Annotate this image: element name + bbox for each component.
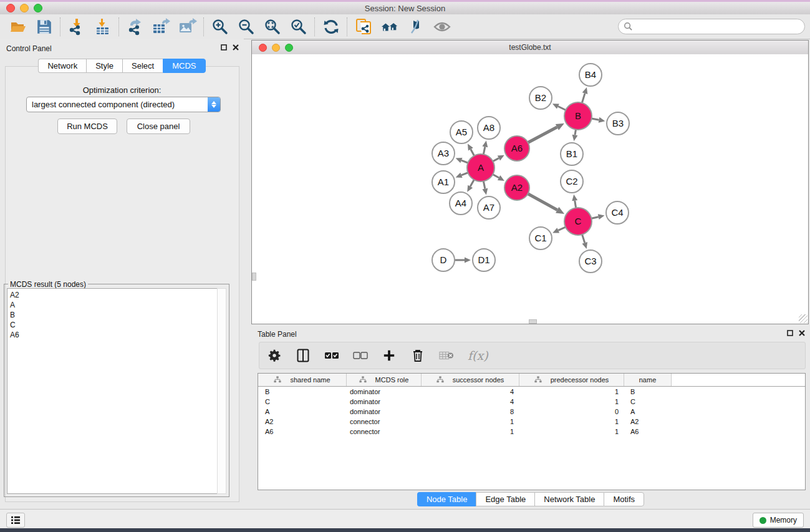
result-item-C[interactable]: C — [10, 320, 215, 330]
function-builder-icon[interactable]: f(x) — [468, 349, 488, 362]
float-table-panel-icon[interactable] — [787, 330, 793, 336]
cell-name[interactable]: C — [624, 397, 672, 407]
refresh-icon[interactable] — [322, 17, 340, 36]
cell-shared-name[interactable]: A6 — [258, 427, 347, 437]
tab-style[interactable]: Style — [86, 59, 122, 73]
cell-shared-name[interactable]: B — [258, 387, 347, 397]
mcds-result-box: MCDS result (5 nodes) A2ABCA6 — [4, 284, 229, 497]
delete-table-icon[interactable] — [439, 348, 454, 363]
tab-node-table[interactable]: Node Table — [417, 492, 476, 506]
cell-successor-nodes[interactable]: 1 — [422, 417, 519, 427]
cell-name[interactable]: A2 — [624, 417, 672, 427]
show-hide-eye-icon[interactable] — [433, 17, 451, 36]
toolbar-separator — [60, 17, 61, 36]
import-network-icon[interactable] — [67, 17, 86, 36]
column-type-icon — [359, 376, 367, 384]
column-header-successor-nodes[interactable]: successor nodes — [422, 374, 519, 386]
cell-predecessor-nodes[interactable]: 1 — [519, 427, 624, 437]
import-table-icon[interactable] — [94, 17, 112, 36]
unselect-all-checkboxes-icon[interactable] — [353, 348, 368, 363]
network-canvas[interactable]: B4B2BB3A5A8A6A3AB1A1C2A4A7A2C4CC1C3DD1 — [252, 54, 808, 324]
save-session-icon[interactable] — [35, 17, 54, 36]
delete-columns-icon[interactable] — [410, 348, 425, 363]
export-network-icon[interactable] — [126, 17, 145, 36]
table-row-A6[interactable]: A6connector11A6 — [258, 427, 805, 437]
cell-predecessor-nodes[interactable]: 1 — [519, 387, 624, 397]
node-table[interactable]: shared nameMCDS rolesuccessor nodesprede… — [258, 373, 806, 490]
control-panel-tabs: NetworkStyleSelectMCDS — [0, 59, 244, 73]
close-panel-icon[interactable] — [233, 44, 239, 51]
tab-select[interactable]: Select — [122, 59, 163, 73]
splitpane-grabber-bottom[interactable] — [529, 319, 537, 324]
zoom-out-icon[interactable] — [237, 17, 256, 36]
table-row-C[interactable]: Cdominator41C — [258, 397, 805, 407]
cell-predecessor-nodes[interactable]: 1 — [519, 397, 624, 407]
float-panel-icon[interactable] — [221, 44, 227, 51]
mcds-result-list[interactable]: A2ABCA6 — [7, 288, 218, 494]
table-panel-title: Table Panel — [258, 330, 297, 339]
cell-successor-nodes[interactable]: 4 — [422, 397, 519, 407]
cell-name[interactable]: A — [624, 407, 672, 417]
run-mcds-button[interactable]: Run MCDS — [57, 118, 117, 134]
node-label-A3: A3 — [438, 148, 449, 158]
result-item-B[interactable]: B — [10, 310, 215, 320]
tab-motifs[interactable]: Motifs — [604, 492, 644, 506]
mcds-result-title: MCDS result (5 nodes) — [8, 280, 88, 289]
cell-MCDS-role[interactable]: dominator — [347, 397, 422, 407]
table-settings-icon[interactable] — [267, 348, 282, 363]
criterion-select[interactable]: largest connected component (directed) — [26, 97, 221, 112]
tab-edge-table[interactable]: Edge Table — [476, 492, 534, 506]
toggle-graphics-details-icon[interactable] — [407, 17, 425, 36]
close-table-panel-icon[interactable] — [799, 330, 805, 336]
window-resize-grip[interactable] — [799, 314, 808, 323]
home-reset-layout-icon[interactable] — [380, 17, 399, 36]
cell-shared-name[interactable]: C — [258, 397, 347, 407]
column-header-predecessor-nodes[interactable]: predecessor nodes — [519, 374, 624, 386]
tab-mcds[interactable]: MCDS — [163, 59, 205, 73]
cell-shared-name[interactable]: A2 — [258, 417, 347, 427]
add-column-icon[interactable] — [382, 348, 397, 363]
column-header-name[interactable]: name — [624, 374, 672, 386]
cell-successor-nodes[interactable]: 4 — [422, 387, 519, 397]
column-header-shared-name[interactable]: shared name — [258, 374, 347, 386]
splitpane-grabber-left[interactable] — [252, 273, 256, 281]
result-scrollbar[interactable] — [217, 288, 226, 494]
zoom-fit-icon[interactable] — [263, 17, 282, 36]
task-history-button[interactable] — [6, 513, 25, 528]
cell-successor-nodes[interactable]: 1 — [422, 427, 519, 437]
tab-network[interactable]: Network — [38, 59, 86, 73]
network-window-titlebar[interactable]: testGlobe.txt — [252, 41, 808, 55]
cell-MCDS-role[interactable]: connector — [347, 427, 422, 437]
cell-name[interactable]: A6 — [624, 427, 672, 437]
result-item-A[interactable]: A — [10, 300, 215, 310]
zoom-in-icon[interactable] — [211, 17, 229, 36]
select-all-checkboxes-icon[interactable] — [324, 348, 339, 363]
export-image-icon[interactable] — [178, 17, 197, 36]
cell-predecessor-nodes[interactable]: 1 — [519, 417, 624, 427]
cell-shared-name[interactable]: A — [258, 407, 347, 417]
show-columns-icon[interactable] — [296, 348, 311, 363]
cell-MCDS-role[interactable]: dominator — [347, 407, 422, 417]
result-item-A6[interactable]: A6 — [10, 330, 215, 340]
cell-name[interactable]: B — [624, 387, 672, 397]
open-session-icon[interactable] — [9, 17, 27, 36]
cell-MCDS-role[interactable]: connector — [347, 417, 422, 427]
table-row-A[interactable]: Adominator80A — [258, 407, 805, 417]
table-row-A2[interactable]: A2connector11A2 — [258, 417, 805, 427]
search-input[interactable] — [618, 19, 805, 34]
tab-network-table[interactable]: Network Table — [534, 492, 604, 506]
new-network-from-selection-icon[interactable] — [354, 17, 373, 36]
table-row-B[interactable]: Bdominator41B — [258, 387, 805, 397]
export-table-icon[interactable] — [152, 17, 171, 36]
table-panel: Table Panel f(x) shared nameMCDS rolesuc… — [251, 324, 810, 506]
result-item-A2[interactable]: A2 — [10, 290, 215, 300]
memory-button[interactable]: Memory — [753, 513, 804, 528]
cell-MCDS-role[interactable]: dominator — [347, 387, 422, 397]
node-label-D: D — [440, 254, 447, 265]
edge-arrowhead — [582, 242, 587, 249]
column-header-MCDS-role[interactable]: MCDS role — [347, 374, 422, 386]
close-panel-button[interactable]: Close panel — [127, 118, 190, 134]
zoom-selected-icon[interactable] — [289, 17, 308, 36]
cell-predecessor-nodes[interactable]: 0 — [519, 407, 624, 417]
cell-successor-nodes[interactable]: 8 — [422, 407, 519, 417]
